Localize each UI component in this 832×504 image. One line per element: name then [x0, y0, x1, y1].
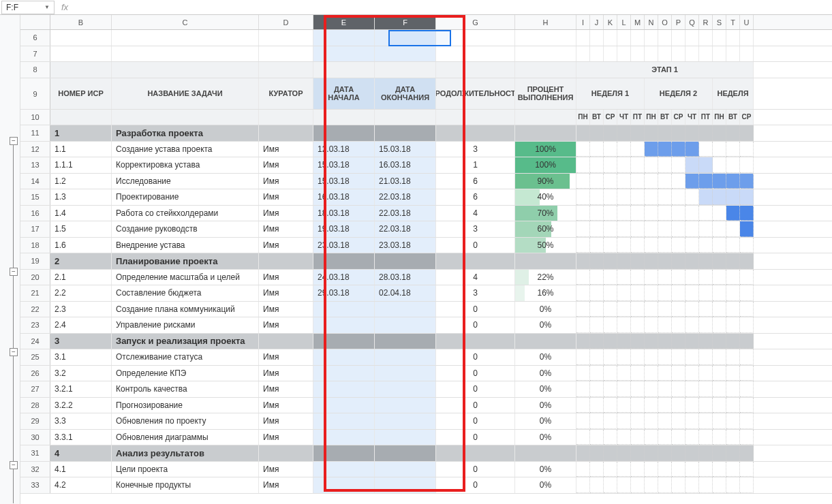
row-header[interactable]: 6 — [20, 30, 50, 46]
percent-cell[interactable]: 0% — [515, 477, 576, 493]
col-header-U[interactable]: U — [740, 15, 754, 29]
row-header[interactable]: 20 — [20, 270, 50, 285]
row-header[interactable]: 33 — [20, 477, 50, 493]
col-header-G[interactable]: G — [436, 15, 515, 29]
header-cell[interactable]: НОМЕР ИСР — [50, 78, 112, 109]
week-header[interactable]: НЕДЕЛЯ — [713, 78, 754, 109]
col-header-F[interactable]: F — [375, 15, 436, 29]
row-header[interactable]: 28 — [20, 398, 50, 413]
row-header[interactable]: 11 — [20, 125, 50, 141]
day-header[interactable]: ПТ — [699, 110, 713, 125]
row-header[interactable]: 31 — [20, 445, 50, 461]
row-header[interactable]: 12 — [20, 142, 50, 157]
col-header-J[interactable]: J — [590, 15, 604, 29]
percent-cell[interactable]: 0% — [515, 462, 576, 477]
grid[interactable]: BCDEFGHIJKLMNOPQRSTU 678ЭТАП 19НОМЕР ИСР… — [20, 15, 832, 504]
row-header[interactable]: 24 — [20, 334, 50, 349]
header-cell[interactable]: ДАТА НАЧАЛА — [313, 78, 375, 109]
percent-cell[interactable]: 0% — [515, 349, 576, 365]
row-header[interactable]: 13 — [20, 157, 50, 173]
row-header[interactable]: 26 — [20, 366, 50, 381]
col-header-H[interactable]: H — [515, 15, 576, 29]
day-header[interactable]: ПН — [645, 110, 658, 125]
row-header[interactable]: 22 — [20, 302, 50, 317]
col-header-T[interactable]: T — [726, 15, 740, 29]
row-header[interactable]: 27 — [20, 381, 50, 397]
row-header[interactable]: 19 — [20, 253, 50, 269]
header-cell[interactable]: ДАТА ОКОНЧАНИЯ — [375, 78, 436, 109]
col-header-O[interactable]: O — [658, 15, 672, 29]
day-header[interactable]: ВТ — [658, 110, 672, 125]
col-header-K[interactable]: K — [604, 15, 617, 29]
day-header[interactable]: ЧТ — [685, 110, 699, 125]
percent-cell[interactable]: 0% — [515, 398, 576, 413]
col-header-P[interactable]: P — [672, 15, 685, 29]
name-box[interactable]: F:F ▼ — [1, 1, 55, 14]
day-header[interactable]: ПН — [576, 110, 590, 125]
row-header[interactable]: 9 — [20, 78, 50, 109]
col-header-C[interactable]: C — [112, 15, 259, 29]
row-header[interactable]: 30 — [20, 430, 50, 445]
outline-collapse-icon[interactable]: − — [10, 461, 18, 469]
row-header[interactable]: 25 — [20, 349, 50, 365]
col-header-M[interactable]: M — [631, 15, 645, 29]
row-header[interactable]: 21 — [20, 285, 50, 301]
percent-cell[interactable]: 0% — [515, 430, 576, 445]
name-box-dropdown-icon[interactable]: ▼ — [44, 4, 50, 10]
percent-cell[interactable]: 0% — [515, 366, 576, 381]
day-header[interactable]: ВТ — [726, 110, 740, 125]
row-header[interactable]: 32 — [20, 462, 50, 477]
col-header-S[interactable]: S — [713, 15, 726, 29]
header-cell[interactable]: ПРОДОЛЖИТЕЛЬНОСТЬ — [436, 78, 515, 109]
col-header-I[interactable]: I — [576, 15, 590, 29]
day-header[interactable]: ПН — [713, 110, 726, 125]
row-header[interactable]: 14 — [20, 174, 50, 189]
percent-cell[interactable]: 70% — [515, 206, 576, 221]
col-header-E[interactable]: E — [313, 15, 375, 29]
day-header[interactable]: ЧТ — [617, 110, 631, 125]
row-header[interactable]: 16 — [20, 206, 50, 221]
col-header-Q[interactable]: Q — [685, 15, 699, 29]
row-header[interactable]: 8 — [20, 62, 50, 78]
select-all-corner[interactable] — [20, 15, 50, 29]
percent-cell[interactable]: 0% — [515, 381, 576, 397]
percent-cell[interactable]: 40% — [515, 189, 576, 205]
outline-collapse-icon[interactable]: − — [10, 137, 18, 145]
day-header[interactable]: ПТ — [631, 110, 645, 125]
header-cell[interactable]: КУРАТОР — [259, 78, 313, 109]
week-header[interactable]: НЕДЕЛЯ 2 — [645, 78, 713, 109]
row-header[interactable]: 23 — [20, 317, 50, 333]
day-header[interactable]: СР — [604, 110, 617, 125]
percent-cell[interactable]: 0% — [515, 317, 576, 333]
percent-cell[interactable]: 60% — [515, 221, 576, 237]
percent-cell[interactable]: 22% — [515, 270, 576, 285]
row-header[interactable]: 17 — [20, 221, 50, 237]
percent-cell[interactable]: 100% — [515, 157, 576, 173]
row-header[interactable]: 7 — [20, 46, 50, 62]
percent-cell[interactable]: 50% — [515, 238, 576, 253]
day-header[interactable]: СР — [740, 110, 754, 125]
row-header[interactable]: 18 — [20, 238, 50, 253]
row-header[interactable]: 10 — [20, 110, 50, 125]
stage-header[interactable]: ЭТАП 1 — [576, 62, 754, 78]
col-header-B[interactable]: B — [50, 15, 112, 29]
percent-cell[interactable]: 16% — [515, 285, 576, 301]
row-header[interactable]: 15 — [20, 189, 50, 205]
outline-collapse-icon[interactable]: − — [10, 268, 18, 276]
header-cell[interactable]: НАЗВАНИЕ ЗАДАЧИ — [112, 78, 259, 109]
col-header-L[interactable]: L — [617, 15, 631, 29]
week-header[interactable]: НЕДЕЛЯ 1 — [576, 78, 645, 109]
header-cell[interactable]: ПРОЦЕНТ ВЫПОЛНЕНИЯ — [515, 78, 576, 109]
percent-cell[interactable]: 0% — [515, 302, 576, 317]
day-header[interactable]: СР — [672, 110, 685, 125]
outline-collapse-icon[interactable]: − — [10, 348, 18, 356]
percent-cell[interactable]: 100% — [515, 142, 576, 157]
day-header[interactable]: ВТ — [590, 110, 604, 125]
percent-cell[interactable]: 90% — [515, 174, 576, 189]
col-header-D[interactable]: D — [259, 15, 313, 29]
formula-input[interactable] — [75, 1, 832, 14]
col-header-R[interactable]: R — [699, 15, 713, 29]
percent-cell[interactable]: 0% — [515, 413, 576, 429]
row-header[interactable]: 29 — [20, 413, 50, 429]
col-header-N[interactable]: N — [645, 15, 658, 29]
